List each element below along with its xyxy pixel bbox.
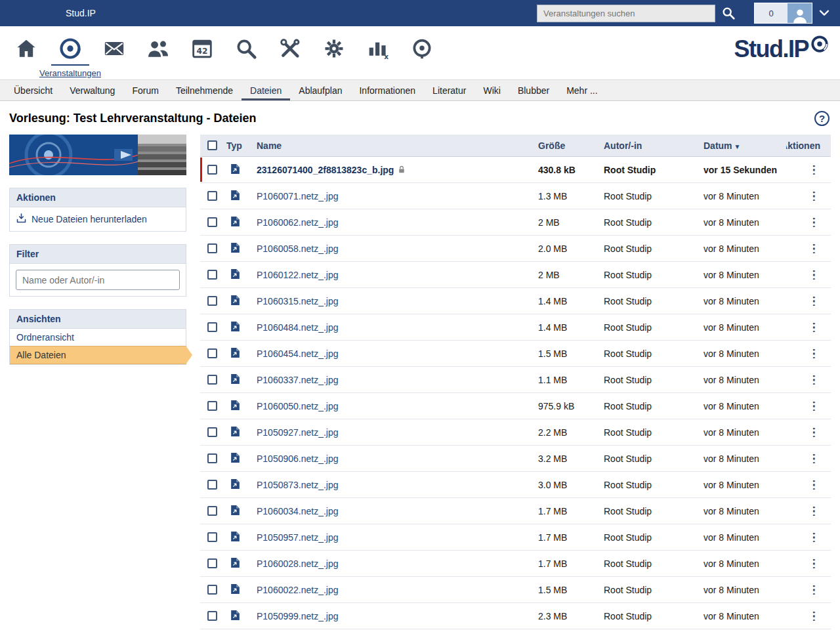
file-type-icon: [229, 504, 242, 518]
file-name-link[interactable]: P1050957.netz_.jpg: [257, 532, 339, 543]
view-item-alle-dateien[interactable]: Alle Dateien: [10, 346, 186, 364]
file-name-link[interactable]: P1060050.netz_.jpg: [257, 401, 339, 411]
file-name-link[interactable]: P1060122.netz_.jpg: [257, 270, 339, 280]
row-actions-menu[interactable]: ⋮: [808, 218, 820, 227]
tab-mehr[interactable]: Mehr ...: [558, 80, 606, 100]
file-name-link[interactable]: P1060315.netz_.jpg: [257, 296, 339, 306]
row-actions-menu[interactable]: ⋮: [808, 559, 820, 568]
row-checkbox[interactable]: [207, 558, 217, 568]
row-actions-menu[interactable]: ⋮: [808, 270, 820, 280]
file-type-icon: [229, 294, 242, 308]
mail-icon[interactable]: [100, 34, 129, 63]
column-header-author[interactable]: Autor/-in: [601, 140, 701, 151]
veranstaltungen-label: Veranstaltungen: [39, 68, 101, 78]
row-checkbox[interactable]: [207, 375, 217, 385]
tab-blubber[interactable]: Blubber: [509, 80, 558, 100]
tab-ablaufplan[interactable]: Ablaufplan: [290, 80, 350, 100]
row-actions-menu[interactable]: ⋮: [808, 612, 820, 621]
row-checkbox[interactable]: [207, 296, 217, 306]
file-date: vor 8 Minuten: [701, 270, 786, 280]
row-actions-menu[interactable]: ⋮: [808, 165, 820, 175]
file-name-link[interactable]: P1060034.netz_.jpg: [257, 506, 339, 516]
tab-wiki[interactable]: Wiki: [474, 80, 509, 100]
select-all-checkbox[interactable]: [207, 140, 217, 150]
file-name-link[interactable]: P1060454.netz_.jpg: [257, 348, 339, 359]
file-name-link[interactable]: P1050927.netz_.jpg: [257, 427, 339, 438]
table-row: P1060058.netz_.jpg 2.0 MB Root Studip vo…: [200, 236, 831, 262]
toolbar-item-veranstaltungen[interactable]: Veranstaltungen: [31, 34, 110, 78]
row-actions-menu[interactable]: ⋮: [808, 507, 820, 516]
row-checkbox[interactable]: [207, 217, 217, 227]
row-checkbox[interactable]: [207, 348, 217, 358]
file-name-link[interactable]: P1060484.netz_.jpg: [257, 322, 339, 333]
tab-forum[interactable]: Forum: [123, 80, 167, 100]
download-new-files-link[interactable]: Neue Dateien herunterladen: [10, 207, 186, 231]
row-actions-menu[interactable]: ⋮: [808, 402, 820, 411]
row-actions-menu[interactable]: ⋮: [808, 349, 820, 358]
file-name-link[interactable]: P1050999.netz_.jpg: [257, 611, 339, 621]
calendar-icon[interactable]: 42: [188, 34, 217, 63]
file-date: vor 8 Minuten: [701, 611, 786, 621]
row-checkbox[interactable]: [207, 427, 217, 437]
avatar[interactable]: [788, 3, 812, 23]
row-checkbox[interactable]: [207, 585, 217, 595]
file-date: vor 8 Minuten: [701, 322, 786, 333]
community-icon[interactable]: [144, 34, 173, 63]
file-name-link[interactable]: 23126071400_2f8813823c_b.jpg: [257, 165, 394, 175]
row-actions-menu[interactable]: ⋮: [808, 244, 820, 253]
file-name-link[interactable]: P1060062.netz_.jpg: [257, 217, 339, 228]
row-checkbox[interactable]: [207, 243, 217, 253]
row-checkbox[interactable]: [207, 165, 217, 175]
file-author: Root Studip: [601, 558, 701, 569]
brand-link[interactable]: Stud.IP: [66, 8, 96, 18]
view-item-ordneransicht[interactable]: Ordneransicht: [10, 329, 186, 346]
row-checkbox[interactable]: [207, 453, 217, 463]
row-actions-menu[interactable]: ⋮: [808, 375, 820, 385]
tools-icon[interactable]: [276, 34, 304, 63]
row-actions-menu[interactable]: ⋮: [808, 585, 820, 595]
file-name-link[interactable]: P1060337.netz_.jpg: [257, 375, 339, 385]
tab-uebersicht[interactable]: Übersicht: [5, 80, 61, 100]
file-name-link[interactable]: P1050873.netz_.jpg: [257, 480, 339, 490]
row-actions-menu[interactable]: ⋮: [808, 192, 820, 201]
row-actions-menu[interactable]: ⋮: [808, 533, 820, 542]
file-name-link[interactable]: P1060022.netz_.jpg: [257, 585, 339, 595]
help-icon[interactable]: ?: [814, 111, 830, 126]
column-header-size[interactable]: Größe: [536, 140, 601, 151]
row-actions-menu[interactable]: ⋮: [808, 323, 820, 332]
row-checkbox[interactable]: [207, 401, 217, 411]
file-name-link[interactable]: P1060071.netz_.jpg: [257, 191, 339, 201]
tab-informationen[interactable]: Informationen: [350, 80, 424, 100]
file-name-link[interactable]: P1060058.netz_.jpg: [257, 243, 339, 254]
feedback-icon[interactable]: [408, 34, 436, 63]
row-actions-menu[interactable]: ⋮: [808, 480, 820, 490]
column-header-name[interactable]: Name: [254, 140, 536, 151]
row-checkbox[interactable]: [207, 191, 217, 201]
search-tool-icon[interactable]: [232, 34, 261, 63]
course-search-input[interactable]: [537, 5, 715, 22]
settings-gear-icon[interactable]: [320, 34, 348, 63]
row-actions-menu[interactable]: ⋮: [808, 297, 820, 306]
column-header-date[interactable]: Datum▼: [701, 140, 786, 151]
row-checkbox[interactable]: [207, 322, 217, 332]
row-checkbox[interactable]: [207, 480, 217, 490]
tab-verwaltung[interactable]: Verwaltung: [61, 80, 123, 100]
file-table-body: 23126071400_2f8813823c_b.jpg 430.8 kB Ro…: [200, 157, 831, 629]
search-icon[interactable]: [721, 6, 736, 20]
row-checkbox[interactable]: [207, 611, 217, 621]
tab-teilnehmende[interactable]: Teilnehmende: [167, 80, 242, 100]
file-name-link[interactable]: P1060028.netz_.jpg: [257, 558, 339, 569]
filter-input[interactable]: [16, 270, 180, 290]
row-actions-menu[interactable]: ⋮: [808, 454, 820, 463]
row-checkbox[interactable]: [207, 270, 217, 280]
row-checkbox[interactable]: [207, 506, 217, 516]
table-row: P1060071.netz_.jpg 1.3 MB Root Studip vo…: [200, 183, 831, 209]
file-name-link[interactable]: P1050906.netz_.jpg: [257, 453, 339, 464]
row-checkbox[interactable]: [207, 532, 217, 542]
row-actions-menu[interactable]: ⋮: [808, 428, 820, 437]
tab-dateien[interactable]: Dateien: [242, 80, 290, 100]
notification-counter[interactable]: 0: [755, 3, 788, 23]
tab-literatur[interactable]: Literatur: [424, 80, 474, 100]
chevron-down-icon[interactable]: [819, 9, 830, 17]
evaluation-chart-icon[interactable]: x: [364, 34, 392, 63]
